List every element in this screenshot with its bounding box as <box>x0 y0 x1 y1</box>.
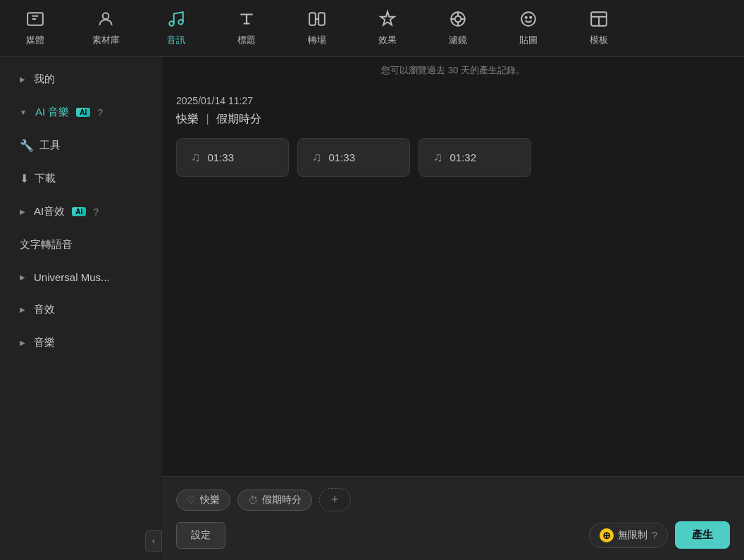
nav-item-media[interactable]: 媒體 <box>0 6 70 51</box>
library-icon <box>97 10 115 31</box>
tag-happy-icon: ♡ <box>187 494 196 506</box>
ai-music-label: AI 音樂 <box>35 106 69 119</box>
music-duration: 01:33 <box>329 151 356 163</box>
music-title-text: 快樂 <box>176 113 199 125</box>
add-tag-button[interactable]: + <box>319 488 351 511</box>
sidebar-item-ai-sfx[interactable]: AI音效AI? <box>6 197 156 227</box>
main-layout: 我的AI 音樂AI?🔧工具⬇下載AI音效AI?文字轉語音Universal Mu… <box>0 57 744 560</box>
music-card-card2[interactable]: ♫01:33 <box>297 138 410 177</box>
nav-label-effects: 效果 <box>378 34 397 46</box>
template-icon <box>590 10 608 31</box>
sidebar-item-sfx[interactable]: 音效 <box>6 294 156 325</box>
filter-icon <box>449 10 467 31</box>
music-note-icon: ♫ <box>433 150 443 165</box>
svg-rect-4 <box>309 13 316 25</box>
my-label: 我的 <box>34 73 55 86</box>
tag-tag-holiday[interactable]: ⏱假期時分 <box>237 490 312 511</box>
nav-label-transition: 轉場 <box>308 34 326 46</box>
ai-music-help-icon[interactable]: ? <box>97 107 103 118</box>
sfx-arrow-icon <box>20 306 25 313</box>
sidebar-item-uni-music[interactable]: Universal Mus... <box>6 263 156 292</box>
uni-music-arrow-icon <box>20 273 25 281</box>
unlimited-label: 無限制 <box>618 529 647 542</box>
media-icon <box>26 10 44 31</box>
ai-music-arrow-icon <box>20 108 27 116</box>
music-label: 音樂 <box>34 336 55 349</box>
music-note-icon: ♫ <box>191 150 201 165</box>
music-card-card3[interactable]: ♫01:32 <box>418 138 531 177</box>
music-duration: 01:32 <box>450 151 477 163</box>
title-icon <box>237 10 256 31</box>
sidebar-collapse-button[interactable]: ‹ <box>145 530 162 552</box>
ai-sfx-label: AI音效 <box>34 205 65 218</box>
nav-item-sticker[interactable]: 貼圖 <box>493 6 564 51</box>
generate-button[interactable]: 產生 <box>675 521 730 549</box>
ai-music-ai-badge: AI <box>76 108 90 117</box>
audio-icon <box>167 10 185 31</box>
tts-label: 文字轉語音 <box>20 238 73 251</box>
tag-holiday-icon: ⏱ <box>248 494 258 506</box>
ai-sfx-arrow-icon <box>20 208 25 216</box>
content-area: 您可以瀏覽過去 30 天的產生記錄。 2025/01/14 11:27 快樂 |… <box>162 57 744 560</box>
nav-label-title: 標題 <box>237 34 256 46</box>
music-title: 快樂 | 假期時分 <box>176 112 730 127</box>
nav-item-filter[interactable]: 濾鏡 <box>423 6 493 51</box>
svg-point-2 <box>169 21 174 26</box>
download-icon: ⬇ <box>20 172 29 185</box>
tags-row: ♡快樂⏱假期時分+ <box>176 488 730 511</box>
music-list-area: 2025/01/14 11:27 快樂 | 假期時分 ♫01:33♫01:33♫… <box>162 84 744 476</box>
nav-item-title[interactable]: 標題 <box>211 6 282 51</box>
nav-label-sticker: 貼圖 <box>519 34 538 46</box>
nav-label-library: 素材庫 <box>92 34 120 46</box>
music-date: 2025/01/14 11:27 <box>176 95 730 106</box>
music-duration: 01:33 <box>208 151 235 163</box>
nav-item-effects[interactable]: 效果 <box>352 6 423 51</box>
bottom-panel: ♡快樂⏱假期時分+ 設定 ⊕ 無限制 ? 產生 <box>162 476 744 560</box>
top-navigation: 媒體素材庫音訊標題轉場效果濾鏡貼圖模板 <box>0 0 744 57</box>
nav-label-template: 模板 <box>590 34 608 46</box>
download-label: 下載 <box>35 172 56 185</box>
sidebar-item-download[interactable]: ⬇下載 <box>6 163 156 194</box>
svg-point-1 <box>103 13 109 19</box>
music-separator: | <box>206 113 212 125</box>
svg-point-13 <box>526 17 527 18</box>
tools-label: 工具 <box>39 139 61 152</box>
music-subtitle-text: 假期時分 <box>216 113 261 125</box>
nav-label-media: 媒體 <box>26 34 44 46</box>
sidebar-item-my[interactable]: 我的 <box>6 64 156 94</box>
settings-button[interactable]: 設定 <box>176 522 225 549</box>
music-note-icon: ♫ <box>312 150 322 165</box>
sidebar-item-tts[interactable]: 文字轉語音 <box>6 230 156 260</box>
svg-point-12 <box>521 12 535 26</box>
ai-sfx-ai-badge: AI <box>72 207 86 216</box>
nav-label-filter: 濾鏡 <box>449 34 467 46</box>
music-cards: ♫01:33♫01:33♫01:32 <box>176 138 730 177</box>
transition-icon <box>308 10 326 31</box>
sidebar-item-ai-music[interactable]: AI 音樂AI? <box>6 97 156 127</box>
sticker-icon <box>519 10 538 31</box>
tag-tag-happy[interactable]: ♡快樂 <box>176 490 230 511</box>
nav-item-transition[interactable]: 轉場 <box>282 6 352 51</box>
sidebar-item-music[interactable]: 音樂 <box>6 328 156 358</box>
bottom-actions: 設定 ⊕ 無限制 ? 產生 <box>176 521 730 549</box>
ai-sfx-help-icon[interactable]: ? <box>93 206 99 218</box>
tools-icon: 🔧 <box>20 139 34 152</box>
right-actions: ⊕ 無限制 ? 產生 <box>589 521 730 549</box>
my-arrow-icon <box>20 75 25 83</box>
svg-point-14 <box>530 17 531 18</box>
effects-icon <box>378 10 397 31</box>
svg-rect-5 <box>318 13 325 25</box>
plus-circle-icon: ⊕ <box>600 528 614 542</box>
nav-item-audio[interactable]: 音訊 <box>141 6 211 51</box>
sidebar-item-tools[interactable]: 🔧工具 <box>6 130 156 161</box>
nav-item-template[interactable]: 模板 <box>564 6 634 51</box>
music-card-card1[interactable]: ♫01:33 <box>176 138 289 177</box>
unlimited-button[interactable]: ⊕ 無限制 ? <box>589 523 668 548</box>
history-notice: 您可以瀏覽過去 30 天的產生記錄。 <box>162 57 744 84</box>
nav-item-library[interactable]: 素材庫 <box>70 6 141 51</box>
help-icon: ? <box>652 529 657 541</box>
sidebar: 我的AI 音樂AI?🔧工具⬇下載AI音效AI?文字轉語音Universal Mu… <box>0 57 162 560</box>
svg-point-3 <box>178 20 183 25</box>
music-arrow-icon <box>20 339 25 347</box>
tag-holiday-label: 假期時分 <box>262 494 302 506</box>
